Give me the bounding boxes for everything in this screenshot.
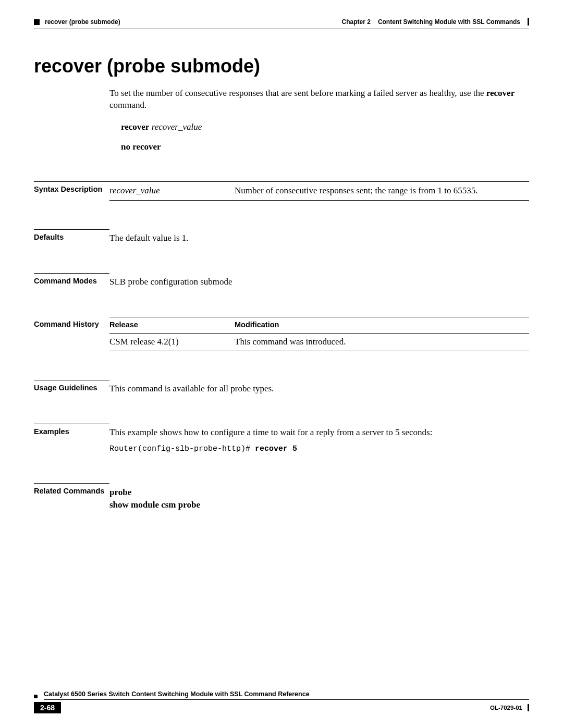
section-label: Examples (34, 424, 109, 454)
section-label: Defaults (34, 229, 109, 244)
related-cmd: show module csm probe (109, 499, 529, 511)
table-row: recover_value Number of consecutive resp… (109, 182, 529, 201)
example-text: This example shows how to configure a ti… (109, 427, 529, 439)
syntax-arg: recover_value (152, 122, 202, 132)
chapter-title: Content Switching Module with SSL Comman… (378, 18, 520, 26)
section-command-history: Command History Release Modification CSM… (34, 317, 529, 351)
syntax-no-cmd: no recover (121, 142, 161, 152)
page-footer: Catalyst 6500 Series Switch Content Swit… (34, 690, 529, 713)
section-syntax-description: Syntax Description recover_value Number … (34, 181, 529, 201)
section-usage-guidelines: Usage Guidelines This command is availab… (34, 380, 529, 395)
section-label: Command Modes (34, 273, 109, 288)
page-header: recover (probe submode) Chapter 2 Conten… (34, 18, 529, 26)
section-label: Related Commands (34, 483, 109, 511)
section-label: Usage Guidelines (34, 380, 109, 395)
syntax-block: recover recover_value no recover (121, 121, 529, 153)
release-cell: CSM release 4.2(1) (109, 333, 235, 351)
table-header-row: Release Modification (109, 317, 529, 334)
section-examples: Examples This example shows how to confi… (34, 424, 529, 454)
example-code: Router(config-slb-probe-http)# recover 5 (109, 444, 529, 454)
footer-bar-icon (528, 704, 529, 711)
chapter-label: Chapter 2 (342, 18, 371, 26)
history-table: Release Modification CSM release 4.2(1) … (109, 317, 529, 351)
table-row: CSM release 4.2(1) This command was intr… (109, 333, 529, 351)
defaults-text: The default value is 1. (109, 229, 529, 244)
syntax-cmd: recover (121, 122, 149, 132)
page-number: 2-68 (34, 702, 61, 713)
doc-id: OL-7029-01 (490, 705, 522, 711)
related-cmd: probe (109, 486, 529, 499)
param-desc: Number of consecutive responses sent; th… (235, 182, 529, 201)
section-related-commands: Related Commands probe show module csm p… (34, 483, 529, 511)
page-title: recover (probe submode) (34, 55, 529, 77)
usage-text: This command is available for all probe … (109, 380, 529, 395)
footer-title: Catalyst 6500 Series Switch Content Swit… (44, 690, 529, 700)
param-name: recover_value (109, 182, 235, 201)
section-label: Command History (34, 320, 109, 354)
section-defaults: Defaults The default value is 1. (34, 229, 529, 244)
section-command-modes: Command Modes SLB probe configuration su… (34, 273, 529, 288)
footer-square-icon (34, 695, 38, 698)
syntax-table: recover_value Number of consecutive resp… (109, 181, 529, 201)
col-modification: Modification (235, 317, 529, 334)
intro-text: To set the number of consecutive respons… (109, 88, 529, 112)
header-bar-icon (528, 18, 529, 26)
command-modes-text: SLB probe configuration submode (109, 273, 529, 288)
col-release: Release (109, 317, 235, 334)
modification-cell: This command was introduced. (235, 333, 529, 351)
section-label: Syntax Description (34, 181, 109, 201)
breadcrumb: recover (probe submode) (45, 18, 120, 26)
header-square-icon (34, 19, 40, 25)
